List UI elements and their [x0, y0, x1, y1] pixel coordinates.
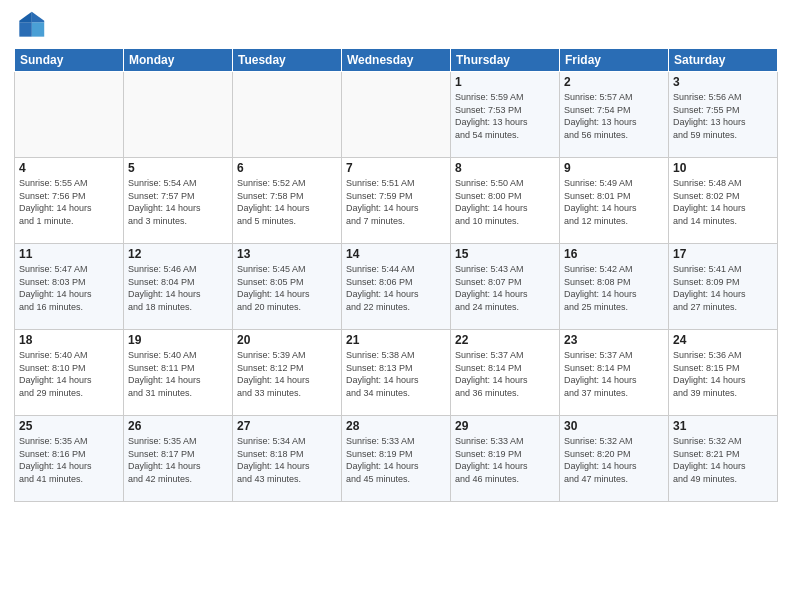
day-number: 21	[346, 333, 446, 347]
day-info: Sunrise: 5:52 AM Sunset: 7:58 PM Dayligh…	[237, 177, 337, 227]
day-info: Sunrise: 5:33 AM Sunset: 8:19 PM Dayligh…	[455, 435, 555, 485]
day-number: 17	[673, 247, 773, 261]
calendar-cell: 7Sunrise: 5:51 AM Sunset: 7:59 PM Daylig…	[342, 158, 451, 244]
day-info: Sunrise: 5:35 AM Sunset: 8:17 PM Dayligh…	[128, 435, 228, 485]
day-info: Sunrise: 5:50 AM Sunset: 8:00 PM Dayligh…	[455, 177, 555, 227]
day-info: Sunrise: 5:32 AM Sunset: 8:20 PM Dayligh…	[564, 435, 664, 485]
day-info: Sunrise: 5:40 AM Sunset: 8:11 PM Dayligh…	[128, 349, 228, 399]
day-info: Sunrise: 5:37 AM Sunset: 8:14 PM Dayligh…	[564, 349, 664, 399]
day-info: Sunrise: 5:59 AM Sunset: 7:53 PM Dayligh…	[455, 91, 555, 141]
calendar-week-2: 4Sunrise: 5:55 AM Sunset: 7:56 PM Daylig…	[15, 158, 778, 244]
calendar-cell: 20Sunrise: 5:39 AM Sunset: 8:12 PM Dayli…	[233, 330, 342, 416]
col-header-sunday: Sunday	[15, 49, 124, 72]
day-number: 18	[19, 333, 119, 347]
header	[14, 10, 778, 42]
svg-marker-4	[19, 22, 31, 36]
col-header-saturday: Saturday	[669, 49, 778, 72]
calendar-cell: 10Sunrise: 5:48 AM Sunset: 8:02 PM Dayli…	[669, 158, 778, 244]
day-info: Sunrise: 5:38 AM Sunset: 8:13 PM Dayligh…	[346, 349, 446, 399]
calendar-cell	[124, 72, 233, 158]
calendar-cell: 1Sunrise: 5:59 AM Sunset: 7:53 PM Daylig…	[451, 72, 560, 158]
calendar-cell	[233, 72, 342, 158]
calendar-week-4: 18Sunrise: 5:40 AM Sunset: 8:10 PM Dayli…	[15, 330, 778, 416]
calendar-cell: 6Sunrise: 5:52 AM Sunset: 7:58 PM Daylig…	[233, 158, 342, 244]
day-info: Sunrise: 5:49 AM Sunset: 8:01 PM Dayligh…	[564, 177, 664, 227]
day-number: 30	[564, 419, 664, 433]
day-info: Sunrise: 5:55 AM Sunset: 7:56 PM Dayligh…	[19, 177, 119, 227]
calendar-cell: 26Sunrise: 5:35 AM Sunset: 8:17 PM Dayli…	[124, 416, 233, 502]
svg-marker-3	[32, 22, 44, 36]
day-number: 9	[564, 161, 664, 175]
calendar-cell: 13Sunrise: 5:45 AM Sunset: 8:05 PM Dayli…	[233, 244, 342, 330]
day-info: Sunrise: 5:35 AM Sunset: 8:16 PM Dayligh…	[19, 435, 119, 485]
day-number: 4	[19, 161, 119, 175]
calendar-cell: 17Sunrise: 5:41 AM Sunset: 8:09 PM Dayli…	[669, 244, 778, 330]
calendar-week-1: 1Sunrise: 5:59 AM Sunset: 7:53 PM Daylig…	[15, 72, 778, 158]
day-number: 19	[128, 333, 228, 347]
day-number: 25	[19, 419, 119, 433]
col-header-monday: Monday	[124, 49, 233, 72]
calendar-cell: 23Sunrise: 5:37 AM Sunset: 8:14 PM Dayli…	[560, 330, 669, 416]
calendar-cell: 15Sunrise: 5:43 AM Sunset: 8:07 PM Dayli…	[451, 244, 560, 330]
day-info: Sunrise: 5:54 AM Sunset: 7:57 PM Dayligh…	[128, 177, 228, 227]
calendar-cell: 4Sunrise: 5:55 AM Sunset: 7:56 PM Daylig…	[15, 158, 124, 244]
day-number: 23	[564, 333, 664, 347]
calendar-cell: 21Sunrise: 5:38 AM Sunset: 8:13 PM Dayli…	[342, 330, 451, 416]
day-number: 28	[346, 419, 446, 433]
day-number: 6	[237, 161, 337, 175]
day-number: 11	[19, 247, 119, 261]
calendar-cell	[15, 72, 124, 158]
calendar: SundayMondayTuesdayWednesdayThursdayFrid…	[14, 48, 778, 502]
calendar-cell: 5Sunrise: 5:54 AM Sunset: 7:57 PM Daylig…	[124, 158, 233, 244]
calendar-cell: 8Sunrise: 5:50 AM Sunset: 8:00 PM Daylig…	[451, 158, 560, 244]
calendar-cell	[342, 72, 451, 158]
col-header-wednesday: Wednesday	[342, 49, 451, 72]
calendar-cell: 9Sunrise: 5:49 AM Sunset: 8:01 PM Daylig…	[560, 158, 669, 244]
logo	[14, 10, 50, 42]
day-number: 16	[564, 247, 664, 261]
calendar-cell: 2Sunrise: 5:57 AM Sunset: 7:54 PM Daylig…	[560, 72, 669, 158]
day-number: 12	[128, 247, 228, 261]
calendar-cell: 25Sunrise: 5:35 AM Sunset: 8:16 PM Dayli…	[15, 416, 124, 502]
logo-icon	[14, 10, 46, 42]
day-number: 1	[455, 75, 555, 89]
day-number: 10	[673, 161, 773, 175]
day-info: Sunrise: 5:47 AM Sunset: 8:03 PM Dayligh…	[19, 263, 119, 313]
day-info: Sunrise: 5:43 AM Sunset: 8:07 PM Dayligh…	[455, 263, 555, 313]
day-info: Sunrise: 5:44 AM Sunset: 8:06 PM Dayligh…	[346, 263, 446, 313]
calendar-cell: 16Sunrise: 5:42 AM Sunset: 8:08 PM Dayli…	[560, 244, 669, 330]
day-number: 31	[673, 419, 773, 433]
col-header-tuesday: Tuesday	[233, 49, 342, 72]
calendar-cell: 11Sunrise: 5:47 AM Sunset: 8:03 PM Dayli…	[15, 244, 124, 330]
calendar-cell: 24Sunrise: 5:36 AM Sunset: 8:15 PM Dayli…	[669, 330, 778, 416]
day-number: 22	[455, 333, 555, 347]
day-info: Sunrise: 5:32 AM Sunset: 8:21 PM Dayligh…	[673, 435, 773, 485]
day-number: 29	[455, 419, 555, 433]
day-info: Sunrise: 5:37 AM Sunset: 8:14 PM Dayligh…	[455, 349, 555, 399]
day-info: Sunrise: 5:48 AM Sunset: 8:02 PM Dayligh…	[673, 177, 773, 227]
col-header-friday: Friday	[560, 49, 669, 72]
calendar-cell: 31Sunrise: 5:32 AM Sunset: 8:21 PM Dayli…	[669, 416, 778, 502]
day-info: Sunrise: 5:40 AM Sunset: 8:10 PM Dayligh…	[19, 349, 119, 399]
day-number: 2	[564, 75, 664, 89]
day-number: 24	[673, 333, 773, 347]
day-info: Sunrise: 5:51 AM Sunset: 7:59 PM Dayligh…	[346, 177, 446, 227]
day-info: Sunrise: 5:46 AM Sunset: 8:04 PM Dayligh…	[128, 263, 228, 313]
day-number: 27	[237, 419, 337, 433]
day-number: 14	[346, 247, 446, 261]
calendar-header-row: SundayMondayTuesdayWednesdayThursdayFrid…	[15, 49, 778, 72]
day-number: 20	[237, 333, 337, 347]
calendar-cell: 12Sunrise: 5:46 AM Sunset: 8:04 PM Dayli…	[124, 244, 233, 330]
day-info: Sunrise: 5:57 AM Sunset: 7:54 PM Dayligh…	[564, 91, 664, 141]
day-info: Sunrise: 5:56 AM Sunset: 7:55 PM Dayligh…	[673, 91, 773, 141]
day-info: Sunrise: 5:42 AM Sunset: 8:08 PM Dayligh…	[564, 263, 664, 313]
calendar-cell: 19Sunrise: 5:40 AM Sunset: 8:11 PM Dayli…	[124, 330, 233, 416]
calendar-cell: 27Sunrise: 5:34 AM Sunset: 8:18 PM Dayli…	[233, 416, 342, 502]
page: SundayMondayTuesdayWednesdayThursdayFrid…	[0, 0, 792, 612]
calendar-cell: 3Sunrise: 5:56 AM Sunset: 7:55 PM Daylig…	[669, 72, 778, 158]
calendar-week-3: 11Sunrise: 5:47 AM Sunset: 8:03 PM Dayli…	[15, 244, 778, 330]
calendar-cell: 30Sunrise: 5:32 AM Sunset: 8:20 PM Dayli…	[560, 416, 669, 502]
day-number: 26	[128, 419, 228, 433]
day-number: 7	[346, 161, 446, 175]
day-info: Sunrise: 5:41 AM Sunset: 8:09 PM Dayligh…	[673, 263, 773, 313]
